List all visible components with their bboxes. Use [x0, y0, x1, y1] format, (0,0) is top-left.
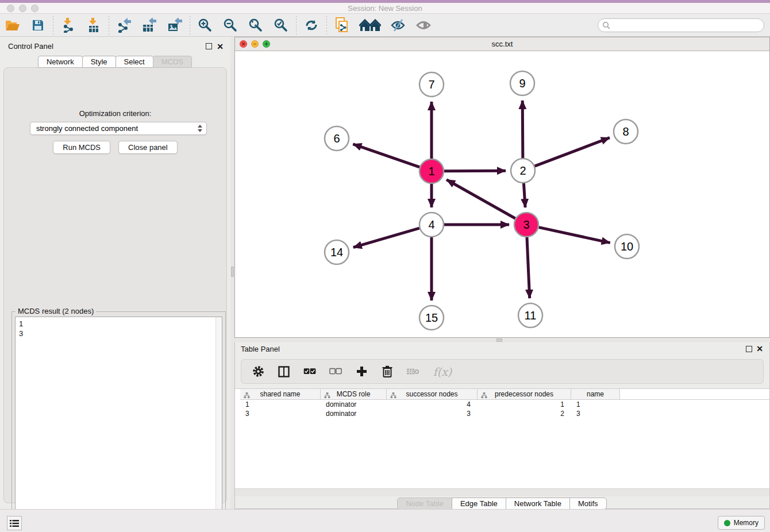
run-mcds-button[interactable]: Run MCDS — [53, 141, 110, 154]
show-all-icon[interactable] — [415, 17, 432, 34]
hide-selected-icon[interactable] — [390, 17, 407, 34]
criterion-dropdown[interactable]: strongly connected component — [30, 122, 207, 135]
shared-column-icon — [390, 391, 396, 402]
export-table-icon[interactable] — [141, 17, 158, 34]
tab-style[interactable]: Style — [82, 56, 116, 68]
memory-status-icon — [724, 520, 730, 526]
function-builder-icon[interactable]: f(x) — [433, 365, 452, 378]
network-view-titlebar[interactable]: × − + scc.txt — [235, 37, 769, 51]
graph-edge-4-14[interactable] — [353, 228, 419, 247]
graph-node-2[interactable]: 2 — [511, 159, 535, 183]
horizontal-splitter[interactable] — [234, 338, 770, 342]
mcds-result-area[interactable]: 1 3 — [15, 317, 222, 528]
tab-edge-table[interactable]: Edge Table — [452, 498, 506, 510]
settings-gear-icon[interactable] — [252, 365, 264, 378]
graph-node-7[interactable]: 7 — [419, 72, 444, 97]
close-panel-icon[interactable]: ✕ — [217, 42, 224, 51]
column-label: predecessor nodes — [495, 390, 553, 398]
graph-edge-2-3[interactable] — [523, 183, 525, 207]
network-graph: 1234678910111415 — [235, 51, 769, 337]
graph-node-1[interactable]: 1 — [419, 159, 444, 183]
graph-node-8[interactable]: 8 — [614, 119, 638, 144]
memory-button[interactable]: Memory — [718, 516, 765, 530]
float-panel-icon[interactable] — [206, 43, 212, 49]
tab-mcds[interactable]: MCDS — [153, 56, 192, 68]
search-input[interactable] — [598, 18, 764, 32]
tab-select[interactable]: Select — [116, 56, 153, 68]
graph-node-11[interactable]: 11 — [518, 303, 542, 327]
table-cell: 4 — [387, 400, 478, 409]
open-session-icon[interactable] — [4, 17, 21, 34]
close-panel-button[interactable]: Close panel — [118, 141, 178, 154]
graph-edge-1-2[interactable] — [444, 171, 506, 171]
column-header-MCDS-role[interactable]: MCDS role — [321, 389, 387, 399]
first-neighbors-icon[interactable] — [359, 17, 382, 34]
graph-edge-3-10[interactable] — [538, 228, 610, 243]
column-header-successor-nodes[interactable]: successor nodes — [387, 389, 478, 399]
control-panel-header: Control Panel ✕ — [0, 40, 230, 54]
column-header-shared-name[interactable]: shared name — [240, 389, 321, 399]
horizontal-splitter-handle[interactable] — [496, 338, 502, 342]
table-scrollbar[interactable] — [235, 488, 769, 496]
table-panel-title: Table Panel — [241, 345, 280, 353]
close-table-panel-icon[interactable]: ✕ — [756, 344, 763, 353]
graph-node-9[interactable]: 9 — [510, 71, 534, 95]
import-network-icon[interactable] — [60, 17, 77, 34]
delete-column-icon[interactable] — [407, 365, 419, 378]
save-session-icon[interactable] — [29, 17, 47, 34]
tab-node-table[interactable]: Node Table — [397, 498, 452, 510]
result-scrollbar[interactable] — [215, 317, 222, 527]
table-cell: 1 — [571, 400, 620, 409]
zoom-in-icon[interactable] — [197, 17, 214, 34]
column-header-predecessor-nodes[interactable]: predecessor nodes — [478, 389, 571, 399]
add-row-icon[interactable] — [355, 365, 368, 378]
chevron-updown-icon — [198, 125, 202, 132]
graph-edge-2-9[interactable] — [522, 101, 523, 158]
table-row[interactable]: 3dominator323 — [240, 409, 769, 418]
table-cell: 3 — [387, 409, 478, 418]
mcds-result-text: 1 3 — [16, 317, 222, 340]
graph-edge-2-8[interactable] — [535, 138, 610, 167]
delete-row-icon[interactable] — [381, 365, 394, 378]
graph-node-15[interactable]: 15 — [419, 306, 444, 330]
deselect-all-icon[interactable] — [329, 365, 342, 378]
export-image-icon[interactable] — [166, 17, 183, 34]
column-label: MCDS role — [337, 390, 371, 398]
import-table-icon[interactable] — [85, 17, 102, 34]
clone-network-icon[interactable] — [333, 17, 351, 34]
graph-edge-3-1[interactable] — [446, 180, 515, 218]
table-cell: 3 — [571, 409, 620, 418]
toolbar-separator — [190, 16, 190, 34]
toolbar-separator — [326, 16, 327, 34]
zoom-out-icon[interactable] — [222, 17, 239, 34]
table-row[interactable]: 1dominator411 — [240, 400, 769, 409]
svg-text:14: 14 — [330, 246, 343, 259]
svg-text:6: 6 — [333, 132, 340, 145]
refresh-view-icon[interactable] — [303, 17, 320, 34]
column-label: shared name — [260, 390, 300, 398]
network-canvas[interactable]: 1234678910111415 — [235, 51, 769, 337]
select-all-icon[interactable] — [303, 365, 316, 378]
zoom-selected-icon[interactable] — [272, 17, 290, 34]
float-table-panel-icon[interactable] — [746, 346, 752, 352]
tab-motifs[interactable]: Motifs — [569, 498, 607, 510]
graph-node-14[interactable]: 14 — [325, 240, 349, 264]
criterion-value: strongly connected component — [36, 124, 138, 133]
graph-node-4[interactable]: 4 — [419, 213, 444, 237]
graph-edge-1-6[interactable] — [353, 144, 419, 167]
export-network-icon[interactable] — [116, 17, 133, 34]
optimization-criterion-label: Optimization criterion: — [4, 109, 226, 118]
tab-network[interactable]: Network — [38, 56, 83, 68]
graph-node-10[interactable]: 10 — [615, 234, 639, 259]
vertical-splitter-handle[interactable] — [231, 267, 234, 277]
column-header-name[interactable]: name — [571, 389, 620, 399]
task-history-button[interactable] — [7, 516, 22, 530]
shared-column-icon — [244, 391, 250, 402]
graph-node-3[interactable]: 3 — [514, 213, 538, 237]
graph-edge-3-11[interactable] — [527, 237, 530, 298]
vertical-splitter[interactable] — [230, 37, 234, 509]
zoom-fit-icon[interactable] — [247, 17, 264, 34]
graph-node-6[interactable]: 6 — [325, 126, 349, 151]
show-column-panel-icon[interactable] — [278, 365, 290, 378]
tab-network-table[interactable]: Network Table — [506, 498, 570, 510]
